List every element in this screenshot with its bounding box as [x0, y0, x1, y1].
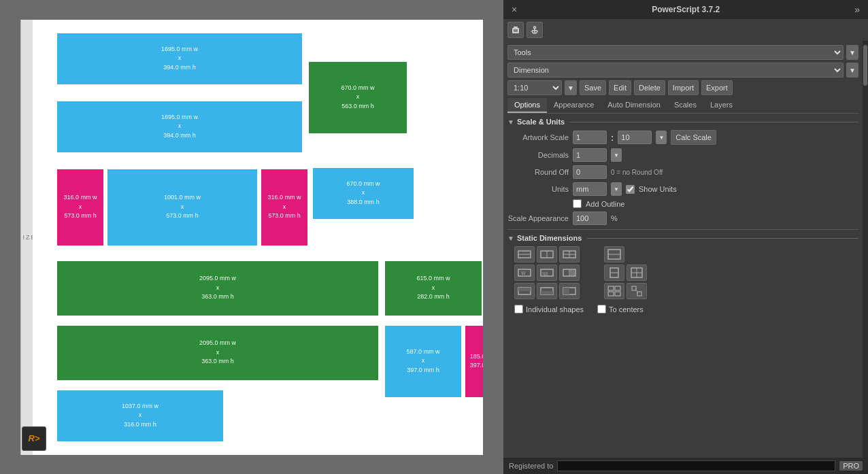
scale-appearance-label: Scale Appearance [507, 214, 569, 222]
tools-dropdown[interactable]: Tools [507, 45, 844, 60]
round-off-input[interactable] [573, 165, 607, 179]
shape-label-blue1: 1695.0 mm wx394.0 mm h [161, 45, 198, 73]
registered-label: Registered to [509, 462, 553, 470]
shape-label-blue5: 587.0 mm wx397.0 mm h [406, 348, 439, 375]
dim-icon-11[interactable] [604, 265, 624, 281]
show-units-checkbox[interactable] [626, 185, 635, 194]
tab-auto-dimension[interactable]: Auto Dimension [601, 98, 667, 113]
svg-rect-35 [563, 288, 569, 294]
shape-label-green4: 2095.0 mm wx363.0 mm h [199, 339, 236, 367]
dim-icon-7[interactable]: W [514, 265, 535, 281]
plugin-logo-button[interactable]: R> [22, 426, 46, 451]
svg-text:200: 200 [544, 274, 548, 277]
dimension-dropdown-arrow[interactable]: ▼ [846, 63, 858, 78]
canvas-shape-pink1[interactable]: 316.0 mm wx573.0 mm h [57, 169, 103, 246]
side-ruler-label: TOSIZE.nl [20, 234, 33, 241]
add-outline-checkbox[interactable] [573, 199, 582, 208]
individual-shapes-checkbox[interactable] [514, 305, 523, 314]
export-button[interactable]: Export [701, 80, 733, 95]
artwork-scale-input-right[interactable] [618, 131, 652, 144]
canvas-shape-green3[interactable]: 615.0 mm wx282.0 mm h [385, 261, 482, 316]
units-input[interactable] [573, 182, 607, 196]
canvas-shape-blue5[interactable]: 587.0 mm wx397.0 mm h [385, 326, 461, 397]
dim-icon-14[interactable] [537, 283, 557, 299]
anchor-icon-button[interactable] [527, 22, 543, 38]
import-button[interactable]: Import [668, 80, 699, 95]
shape-label-pink1: 316.0 mm wx573.0 mm h [63, 193, 97, 221]
dim-icon-10 [582, 265, 602, 281]
svg-rect-31 [518, 288, 531, 291]
dim-icon-15[interactable] [559, 283, 580, 299]
dim-icon-12[interactable] [627, 265, 647, 281]
canvas-shape-pink3[interactable]: 185.0397.0 [465, 326, 483, 397]
registered-bar: Registered to PRO [503, 458, 868, 474]
scale-units-section-header[interactable]: ▼ Scale & Units [507, 118, 858, 126]
dim-icon-17[interactable] [604, 283, 624, 299]
decimals-input[interactable] [573, 148, 607, 162]
dim-icon-8[interactable]: 500200 [537, 265, 557, 281]
shape-label-blue6: 1037.0 mm wx316.0 mm h [122, 402, 158, 430]
dimension-dropdown[interactable]: Dimension [507, 63, 844, 78]
canvas-shape-blue3[interactable]: 1001.0 mm wx573.0 mm h [107, 169, 257, 246]
panel-collapse-icon[interactable]: » [852, 3, 863, 16]
svg-text:W: W [521, 271, 526, 275]
panel: × PowerScript 3.7.2 » Tools ▼ Dimension [503, 0, 868, 474]
canvas-shape-blue1[interactable]: 1695.0 mm wx394.0 mm h [57, 33, 302, 84]
units-arrow[interactable]: ▼ [611, 182, 622, 196]
scale-select[interactable]: 1:10 [507, 80, 562, 95]
pro-badge: PRO [839, 461, 863, 471]
dimension-dropdown-row: Dimension ▼ [507, 63, 858, 78]
decimals-arrow[interactable]: ▼ [611, 148, 622, 162]
panel-close-icon[interactable]: × [509, 3, 520, 16]
dim-icon-13[interactable] [514, 283, 535, 299]
dim-icon-9[interactable] [559, 265, 580, 281]
scale-appearance-input[interactable] [573, 211, 607, 225]
canvas-shape-blue6[interactable]: 1037.0 mm wx316.0 mm h [57, 390, 223, 441]
round-off-hint: 0 = no Round Off [611, 169, 663, 176]
dim-icon-18[interactable] [627, 283, 647, 299]
tab-appearance[interactable]: Appearance [547, 98, 601, 113]
percent-label: % [611, 214, 618, 222]
tab-scales[interactable]: Scales [667, 98, 703, 113]
dim-icon-1[interactable] [514, 246, 535, 263]
canvas-shape-green4[interactable]: 2095.0 mm wx363.0 mm h [57, 326, 378, 380]
panel-scrollbar[interactable] [863, 41, 868, 458]
canvas-shape-green1[interactable]: 670.0 mm wx563.0 mm h [309, 62, 407, 133]
canvas-shape-blue2[interactable]: 1695.0 mm wx394.0 mm h [57, 101, 302, 152]
dim-icon-4 [582, 246, 602, 263]
add-outline-row: Add Outline [507, 199, 858, 208]
dim-icon-5[interactable] [604, 246, 624, 263]
artwork-scale-input-left[interactable] [573, 131, 607, 144]
section-divider [570, 122, 858, 122]
tools-dropdown-row: Tools ▼ [507, 45, 858, 60]
section-divider-line [507, 229, 858, 230]
canvas-shape-green2[interactable]: 2095.0 mm wx363.0 mm h [57, 261, 378, 316]
canvas-shape-pink2[interactable]: 316.0 mm wx573.0 mm h [261, 169, 307, 246]
panel-scrollbar-thumb[interactable] [863, 45, 867, 86]
trash-icon-button[interactable] [507, 22, 524, 38]
registered-input[interactable] [557, 460, 835, 471]
svg-rect-38 [608, 292, 614, 296]
canvas-shape-blue4[interactable]: 670.0 mm wx388.0 mm h [313, 168, 414, 219]
scale-dropdown-arrow[interactable]: ▼ [565, 80, 577, 95]
shape-label-blue4: 670.0 mm wx388.0 mm h [346, 180, 380, 207]
scale-row: 1:10 ▼ Save Edit Delete Import Export [507, 80, 858, 95]
edit-button[interactable]: Edit [609, 80, 631, 95]
to-centers-label: To centers [609, 305, 644, 314]
save-button[interactable]: Save [580, 80, 606, 95]
dim-icon-3[interactable] [559, 246, 580, 263]
tools-dropdown-arrow[interactable]: ▼ [846, 45, 858, 60]
dim-icon-2[interactable] [537, 246, 557, 263]
to-centers-checkbox[interactable] [597, 305, 606, 314]
scale-right-arrow[interactable]: ▼ [656, 131, 667, 144]
tab-options[interactable]: Options [507, 98, 547, 113]
colon-separator: : [611, 133, 614, 143]
static-dims-label: Static Dimensions [517, 234, 582, 242]
shape-label-green2: 2095.0 mm wx363.0 mm h [199, 274, 236, 302]
calc-scale-button[interactable]: Calc Scale [671, 130, 716, 145]
tab-layers[interactable]: Layers [703, 98, 739, 113]
tab-bar: Options Appearance Auto Dimension Scales… [507, 98, 858, 114]
delete-button[interactable]: Delete [634, 80, 665, 95]
static-dims-section-header[interactable]: ▼ Static Dimensions [507, 234, 858, 242]
shape-label-blue2: 1695.0 mm wx394.0 mm h [161, 113, 198, 141]
